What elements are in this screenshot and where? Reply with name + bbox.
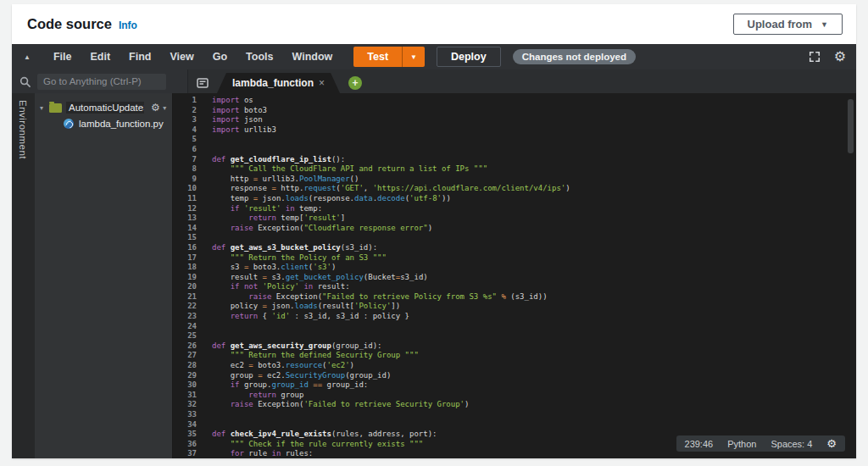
tab-lambda-function[interactable]: lambda_function ×	[217, 73, 340, 93]
info-link[interactable]: Info	[119, 19, 137, 31]
sidebar: Environment ▾ AutomaticUpdateS ⚙ ▼ lambd…	[12, 93, 173, 458]
code-line: raise Exception('Failed to retrieve Secu…	[212, 400, 856, 410]
code-line: ec2 = boto3.resource('ec2')	[212, 361, 856, 371]
code-line: import json	[212, 115, 856, 125]
line-number: 9	[173, 175, 197, 185]
tab-close-icon[interactable]: ×	[319, 77, 325, 89]
goto-anything-input[interactable]	[37, 74, 166, 90]
line-number: 34	[173, 420, 197, 430]
search-and-tab-row: lambda_function × +	[12, 69, 856, 93]
upload-from-label: Upload from	[748, 18, 813, 31]
editor-statusbar: 239:46 Python Spaces: 4 ⚙	[676, 435, 845, 452]
code-line: raise Exception("Cloudflare response err…	[212, 224, 856, 234]
editor-gutter: 1234567891011121314151617181920212223242…	[173, 93, 203, 458]
code-line: return group	[212, 391, 856, 401]
line-number: 4	[173, 125, 197, 136]
upload-from-button[interactable]: Upload from ▼	[733, 14, 843, 35]
code-line: if 'result' in temp:	[212, 204, 856, 214]
code-line: """ Return the Policy of an S3 """	[212, 253, 856, 264]
line-number: 24	[173, 322, 197, 332]
line-number: 23	[173, 312, 197, 322]
line-number: 17	[173, 253, 197, 264]
menu-item-window[interactable]: Window	[283, 51, 342, 63]
new-tab-button[interactable]: +	[348, 76, 362, 90]
code-line: if group.group_id == group_id:	[212, 380, 856, 391]
line-number: 1	[173, 96, 197, 106]
line-number: 35	[173, 430, 197, 440]
fullscreen-icon[interactable]	[809, 51, 821, 63]
menu-item-view[interactable]: View	[160, 51, 203, 63]
editor-scrollbar-thumb[interactable]	[848, 99, 854, 153]
ide-menubar: ▲ File Edit Find View Go Tools Window Te…	[12, 44, 856, 69]
card-header: Code source Info Upload from ▼	[12, 4, 856, 44]
line-number: 21	[173, 292, 197, 302]
collapse-menu-icon[interactable]: ▲	[24, 53, 31, 61]
line-number: 36	[173, 440, 197, 450]
tree-file-row[interactable]: lambda_function.py	[35, 117, 172, 130]
indent-setting[interactable]: Spaces: 4	[771, 439, 812, 449]
line-number: 37	[173, 449, 197, 458]
title-wrap: Code source Info	[27, 16, 137, 32]
editor-code[interactable]: import osimport boto3import jsonimport u…	[203, 93, 856, 458]
file-name: lambda_function.py	[79, 119, 164, 129]
tree-settings-gear-icon[interactable]: ⚙	[151, 103, 160, 113]
environment-panel-tab[interactable]: Environment	[12, 93, 35, 458]
language-mode[interactable]: Python	[727, 439, 756, 449]
code-line: s3 = boto3.client('s3')	[212, 263, 856, 273]
search-area	[12, 69, 188, 93]
tree-expand-caret-icon[interactable]: ▾	[40, 104, 49, 112]
line-number: 26	[173, 341, 197, 352]
tree-folder-row[interactable]: ▾ AutomaticUpdateS ⚙ ▼	[35, 101, 172, 114]
folder-name: AutomaticUpdateS	[66, 102, 144, 114]
tree-settings-caret-icon: ▼	[162, 105, 168, 111]
line-number: 18	[173, 263, 197, 273]
code-line: """ Return the defined Security Group ""…	[212, 351, 856, 361]
python-file-icon	[64, 119, 74, 129]
folder-icon	[49, 103, 62, 113]
line-number: 12	[173, 204, 197, 214]
test-split-button: Test ▼	[353, 47, 425, 67]
code-line	[212, 420, 856, 430]
code-line: import os	[212, 96, 856, 106]
test-dropdown-button[interactable]: ▼	[402, 47, 425, 67]
code-line: result = s3.get_bucket_policy(Bucket=s3_…	[212, 273, 856, 283]
tab-list-icon[interactable]	[197, 78, 209, 88]
tab-label: lambda_function	[232, 77, 314, 89]
code-editor[interactable]: 1234567891011121314151617181920212223242…	[173, 93, 856, 458]
page-title: Code source	[27, 16, 112, 32]
code-line: import urllib3	[212, 125, 856, 136]
line-number: 3	[173, 115, 197, 125]
chevron-down-icon: ▼	[821, 20, 828, 29]
editor-settings-gear-icon[interactable]: ⚙	[826, 438, 837, 449]
test-button[interactable]: Test	[353, 47, 402, 67]
file-tree: ▾ AutomaticUpdateS ⚙ ▼ lambda_function.p…	[35, 93, 172, 458]
code-source-card: Code source Info Upload from ▼ ▲ File Ed…	[12, 4, 856, 458]
line-number: 31	[173, 391, 197, 401]
menu-item-file[interactable]: File	[44, 51, 81, 63]
menu-item-edit[interactable]: Edit	[81, 51, 120, 63]
line-number: 28	[173, 361, 197, 371]
line-number: 6	[173, 145, 197, 155]
code-line	[212, 410, 856, 420]
ide-main: Environment ▾ AutomaticUpdateS ⚙ ▼ lambd…	[12, 93, 856, 458]
line-number: 33	[173, 410, 197, 420]
line-number: 16	[173, 243, 197, 253]
line-number: 8	[173, 164, 197, 175]
cursor-position: 239:46	[685, 439, 714, 449]
line-number: 7	[173, 155, 197, 165]
code-line: raise Exception("Failed to retrieve Poli…	[212, 292, 856, 302]
menu-items: File Edit Find View Go Tools Window	[44, 51, 342, 63]
code-line: """ Call the CloudFlare API and return a…	[212, 164, 856, 175]
deploy-button[interactable]: Deploy	[437, 47, 501, 67]
menubar-right-icons: ⚙	[809, 50, 846, 64]
code-line	[212, 135, 856, 145]
settings-gear-icon[interactable]: ⚙	[834, 50, 846, 64]
menu-item-go[interactable]: Go	[203, 51, 236, 63]
code-line	[212, 331, 856, 341]
menu-item-find[interactable]: Find	[120, 51, 160, 63]
code-line: import boto3	[212, 106, 856, 116]
code-line: def get_aws_s3_bucket_policy(s3_id):	[212, 243, 856, 253]
code-line: response = http.request('GET', 'https://…	[212, 184, 856, 194]
search-icon	[19, 76, 31, 87]
menu-item-tools[interactable]: Tools	[236, 51, 282, 63]
